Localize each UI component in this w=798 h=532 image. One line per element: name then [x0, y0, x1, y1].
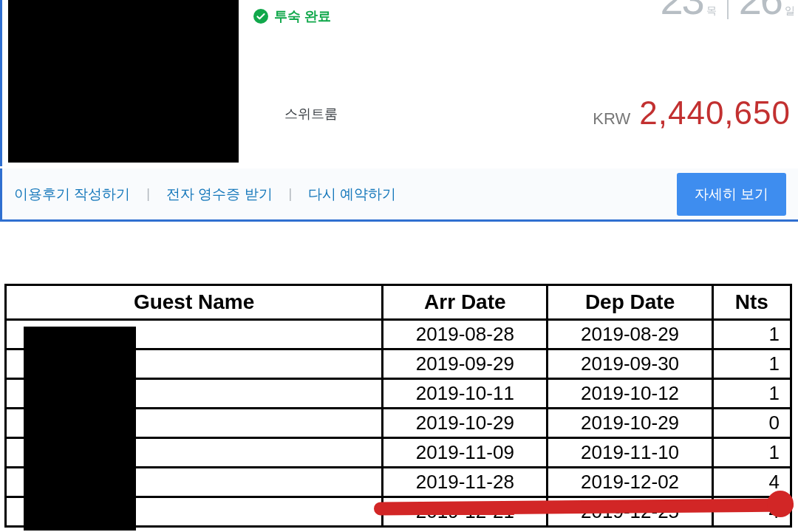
guest-table-container: Guest Name Arr Date Dep Date Nts 2019-08… — [4, 284, 792, 528]
price-amount: 2,440,650 — [639, 95, 791, 132]
checkin-dow: 목 — [706, 4, 717, 18]
cell-dep-date: 2019-12-02 — [548, 468, 712, 497]
guest-name-redacted — [24, 327, 136, 531]
date-separator — [727, 0, 729, 19]
col-dep-date: Dep Date — [548, 285, 712, 320]
col-nts: Nts — [712, 285, 791, 320]
cell-arr-date: 2019-08-28 — [383, 320, 548, 349]
checkout-day: 26 — [739, 0, 782, 21]
cell-arr-date: 2019-10-29 — [383, 409, 548, 438]
cell-dep-date: 2019-08-29 — [548, 320, 712, 349]
cell-nts: 1 — [712, 320, 791, 349]
cell-dep-date: 2019-10-29 — [548, 409, 712, 438]
booking-card: 투숙 완료 23 목 26 일 스위트룸 KRW 2,440,650 — [0, 0, 798, 166]
cell-nts: 0 — [712, 409, 791, 438]
cell-arr-date: 2019-11-09 — [383, 438, 548, 468]
hotel-image-redacted — [8, 0, 239, 163]
cell-nts: 1 — [712, 438, 791, 468]
divider: | — [146, 186, 150, 202]
cell-dep-date: 2019-11-10 — [548, 438, 712, 468]
divider: | — [289, 186, 293, 202]
booking-actions-bar: 이용후기 작성하기 | 전자 영수증 받기 | 다시 예약하기 자세히 보기 — [0, 168, 798, 222]
svg-point-0 — [253, 9, 268, 24]
table-header-row: Guest Name Arr Date Dep Date Nts — [6, 285, 791, 320]
stay-status-label: 투숙 완료 — [274, 7, 331, 25]
stay-date-range: 23 목 26 일 — [660, 0, 795, 21]
price-row: KRW 2,440,650 — [593, 95, 791, 132]
room-type: 스위트룸 — [284, 105, 338, 123]
cell-nts: 1 — [712, 349, 791, 379]
cell-dep-date: 2019-09-30 — [548, 349, 712, 379]
detail-button[interactable]: 자세히 보기 — [677, 173, 786, 216]
checkout-dow: 일 — [785, 4, 795, 18]
stay-status: 투숙 완료 — [253, 7, 331, 25]
cell-arr-date: 2019-09-29 — [383, 349, 548, 379]
currency-label: KRW — [593, 109, 630, 129]
cell-dep-date: 2019-10-12 — [548, 379, 712, 409]
write-review-link[interactable]: 이용후기 작성하기 — [14, 185, 130, 204]
red-annotation-blob — [767, 491, 794, 517]
check-circle-icon — [253, 9, 268, 24]
cell-nts: 1 — [712, 379, 791, 409]
e-receipt-link[interactable]: 전자 영수증 받기 — [166, 185, 273, 204]
col-arr-date: Arr Date — [383, 285, 548, 320]
cell-arr-date: 2019-11-28 — [383, 468, 548, 497]
rebook-link[interactable]: 다시 예약하기 — [308, 185, 396, 204]
cell-arr-date: 2019-10-11 — [383, 379, 548, 409]
checkin-day: 23 — [660, 0, 703, 21]
col-guest-name: Guest Name — [6, 285, 383, 320]
